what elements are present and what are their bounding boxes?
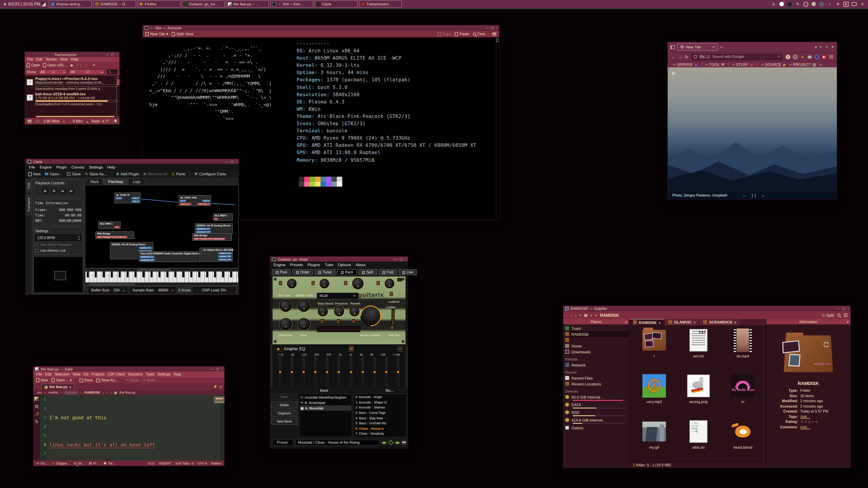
diff-icon[interactable]: ⇅ — [35, 419, 38, 424]
jack-transport-checkbox[interactable]: ✓Use JACK Transport — [35, 242, 81, 247]
control-pad[interactable] — [352, 319, 355, 323]
save-button[interactable]: Save — [79, 378, 92, 382]
bluetooth-connected-icon[interactable]: ᛒ — [819, 2, 824, 6]
place-downloads[interactable]: Downloads — [565, 349, 629, 355]
quick-open-icon[interactable]: ⚡ — [213, 385, 218, 389]
close-icon[interactable]: ▫ — [847, 307, 848, 311]
configure-carla-button[interactable]: ⚒Configure Carla — [194, 172, 226, 176]
menu-tube[interactable]: Tube — [324, 263, 333, 267]
tray-expand-chevron-icon[interactable]: ∨ — [860, 2, 865, 6]
save-bank-button[interactable]: Save — [271, 394, 298, 400]
maximize-icon[interactable]: ▢ — [491, 26, 494, 30]
view-mode-icon[interactable]: ▦ — [584, 313, 587, 317]
minimize-icon[interactable]: — — [211, 367, 214, 371]
new-button[interactable]: New — [29, 172, 41, 176]
preset-row-selected[interactable]: 6: Clean - House o — [355, 426, 405, 431]
close-icon[interactable]: ▫ — [405, 257, 406, 261]
close-icon[interactable]: ✕ — [831, 45, 834, 49]
file-item[interactable]: so.mp4 — [721, 328, 765, 374]
control-pad[interactable] — [279, 281, 282, 285]
ableton-link-checkbox[interactable]: Use Ableton Link — [35, 249, 81, 253]
file-item[interactable]: head.blend — [721, 419, 765, 462]
control-pad[interactable] — [377, 281, 380, 285]
newtab-settings-gear-icon[interactable]: ⚙ — [671, 71, 675, 76]
tube-selector[interactable]: 6DJ8↻ — [317, 293, 359, 299]
breadcrumb-media[interactable]: media — [49, 390, 58, 394]
extension-ring-icon[interactable] — [815, 55, 819, 59]
tab-patchbay[interactable]: Patchbay — [103, 178, 128, 185]
top-knob-1[interactable] — [287, 279, 297, 288]
task-button-firefox[interactable]: Firefox — [138, 0, 181, 8]
preset-menu-icon[interactable] — [402, 441, 406, 444]
menu-view[interactable]: View — [60, 57, 68, 61]
patchbay-node[interactable]: EDIROL UA-25 Analog Stereo playback_FL p… — [195, 223, 233, 234]
patchbay-node[interactable]: Midi-Bridge Midi Through Port-0 (capture… — [95, 231, 134, 239]
undo-button[interactable]: ↶Undo — [126, 378, 139, 382]
eq-band-slider[interactable] — [279, 357, 281, 386]
back-icon[interactable]: ‹ — [566, 313, 567, 318]
guitarix-titlebar[interactable]: Guitarix: gx_head —▢▫ — [270, 257, 408, 262]
task-button-transmission[interactable]: Transmission — [359, 0, 402, 8]
open-torrent-button[interactable]: Open — [27, 63, 40, 67]
device-internal-414[interactable]: 414.8 GiB Internal… — [565, 417, 629, 424]
maximize-icon[interactable]: ▢ — [842, 307, 845, 311]
rating-stars[interactable]: ☆☆☆☆☆ — [800, 419, 819, 424]
buffer-size-combo[interactable]: Buffer Size:256▾ — [89, 287, 127, 293]
stop-button[interactable]: ■ — [51, 188, 57, 194]
kate-app-icon[interactable] — [34, 397, 39, 401]
bookmark-folder-source[interactable]: ▱SOURCE▰ — [761, 62, 786, 67]
place-ramdisk[interactable]: RAMDISK — [565, 331, 629, 337]
eq-band-slider[interactable] — [385, 357, 388, 386]
eq-band-slider[interactable] — [326, 357, 329, 386]
menu-settings[interactable]: Settings — [157, 372, 170, 377]
encoding[interactable]: UTF-8 — [197, 461, 207, 465]
klipper-icon[interactable]: K — [844, 2, 848, 6]
git-icon[interactable]: ⎇ — [34, 412, 39, 416]
tab-next-icon[interactable]: › — [38, 385, 39, 389]
menu-projects[interactable]: Projects — [92, 372, 105, 377]
tab-logs[interactable]: Logs — [128, 178, 145, 185]
tab-prev-icon[interactable]: ‹ — [35, 385, 36, 389]
forward-icon[interactable]: → — [678, 55, 682, 59]
menu-engine[interactable]: Engine — [39, 165, 52, 169]
master-volume-knob[interactable] — [356, 301, 385, 330]
volume-knob-icon[interactable] — [811, 2, 816, 6]
brightness-icon[interactable]: ☀ — [835, 2, 840, 6]
split-button[interactable]: Split — [359, 269, 377, 275]
output-pane-button[interactable]: ▭Ou… — [36, 461, 49, 465]
minimize-icon[interactable]: — — [225, 160, 228, 163]
menu-help[interactable]: Help — [71, 57, 79, 61]
menu-file[interactable]: File — [27, 57, 33, 61]
torrent-row[interactable]: ? Puppy+Linux+-+Precise+5.4.2+iso Magnet… — [27, 76, 118, 90]
eq-band-slider[interactable] — [350, 357, 352, 386]
close-tab-icon[interactable]: × — [712, 45, 715, 49]
bookmark-folder-stuff[interactable]: ▱STUFF▣ — [732, 62, 753, 67]
eq-band-slider[interactable] — [338, 357, 340, 386]
menu-go[interactable]: Go — [84, 372, 88, 377]
control-pad[interactable] — [337, 319, 340, 323]
menu-about[interactable]: About — [355, 263, 366, 267]
preset-row[interactable]: 5: Bass - Unchain My — [355, 421, 405, 426]
editor-scrollbar[interactable] — [220, 395, 224, 460]
display-icon[interactable] — [852, 2, 857, 6]
split-button[interactable]: ◫Split — [822, 313, 834, 318]
reverb-knob[interactable] — [349, 306, 360, 316]
next-wallpaper-icon[interactable]: → — [761, 193, 765, 197]
place-recent-files[interactable]: Recent Files — [565, 375, 629, 381]
carla-titlebar[interactable]: Carla —▢▫ — [26, 159, 239, 164]
pre-gain-knob[interactable] — [280, 300, 291, 312]
start-torrent-icon[interactable]: ▶ — [71, 63, 73, 67]
tab-disk[interactable]: Disk — [26, 180, 32, 192]
place-trash[interactable]: Trash — [565, 325, 629, 331]
transmission-titlebar[interactable]: Transmission —▢▫ — [25, 52, 119, 57]
rack-button[interactable]: Rack — [337, 269, 357, 275]
pool-button[interactable]: Pool — [272, 269, 291, 275]
maximize-icon[interactable]: ∧ — [826, 45, 828, 49]
extension-chip[interactable]: Ex…) — [699, 55, 710, 59]
presence-knob[interactable] — [334, 306, 344, 316]
menu-torrent[interactable]: Torrent — [45, 57, 57, 61]
search-input[interactable]: S… — [107, 69, 118, 74]
drive-knob[interactable] — [298, 318, 310, 330]
prev-wallpaper-icon[interactable]: ← — [743, 193, 746, 197]
tuner-button[interactable]: Tuner — [315, 269, 336, 275]
